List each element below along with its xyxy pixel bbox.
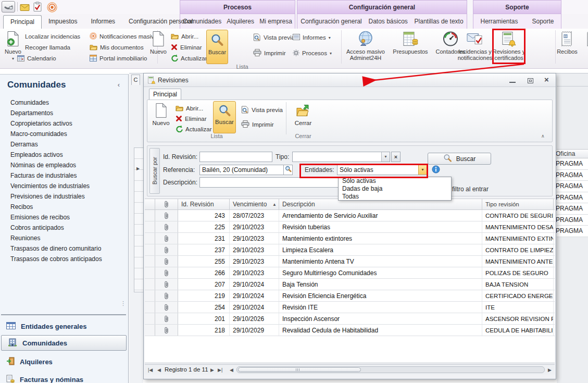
first-record-icon[interactable]: |◀: [148, 367, 153, 373]
calendario-button[interactable]: Calendario: [17, 54, 56, 63]
referencia-input[interactable]: [199, 165, 284, 175]
dialog-buscar-button[interactable]: Buscar: [213, 101, 236, 133]
dialog-imprimir-button[interactable]: Imprimir: [241, 120, 274, 129]
sidebar-item[interactable]: Vencimientos de industriales: [0, 181, 128, 191]
dialog-nuevo-button[interactable]: Nuevo: [151, 102, 171, 126]
nuevo2-button[interactable]: Nuevo: [148, 30, 168, 55]
dialog-vista-previa-button[interactable]: Vista previa: [241, 105, 283, 115]
dialog-cerrar-button[interactable]: Cerrar: [290, 102, 316, 126]
tab-soporte[interactable]: Soporte: [532, 18, 554, 25]
attachment-cell[interactable]: [155, 302, 178, 313]
mis-documentos-button[interactable]: Mis documentos: [90, 43, 144, 52]
column-header-tipo-revision[interactable]: Tipo revisión: [482, 199, 554, 209]
sidebar-item[interactable]: Derramas: [0, 139, 128, 150]
clear-filter-button[interactable]: ×: [391, 152, 401, 162]
oficina-cell[interactable]: PRAGMA: [557, 203, 588, 215]
sidebar-splitter[interactable]: [1, 314, 126, 315]
previous-record-icon[interactable]: ◀: [157, 367, 161, 373]
attachment-cell[interactable]: [155, 313, 178, 324]
attachment-cell[interactable]: [155, 221, 178, 232]
table-row[interactable]: 218 29/10/2029 Revalidad Cedula de Habit…: [145, 325, 555, 336]
portal-inmobiliario-button[interactable]: Portal inmobiliario: [90, 54, 147, 63]
close-icon[interactable]: ×: [544, 75, 549, 84]
table-row[interactable]: 201 29/10/2026 Inspección Ascensor ASCEN…: [145, 313, 555, 325]
tab-informes[interactable]: Informes: [84, 15, 122, 29]
sidebar-nav-entidades-generales[interactable]: Entidades generales: [0, 318, 128, 334]
sidebar-item[interactable]: Traspasos de cobros anticipados: [0, 254, 128, 264]
table-row[interactable]: 225 29/10/2023 Revisión tuberias MANTENI…: [145, 221, 555, 233]
vista-previa-button[interactable]: Vista previa: [253, 33, 295, 42]
dialog-abrir-button[interactable]: Abrir...: [176, 104, 203, 113]
tab-datos-basicos[interactable]: Datos básicos: [368, 18, 407, 25]
table-row[interactable]: 266 29/10/2023 Seguro Multirriesgo Comun…: [145, 267, 555, 279]
sidebar-item[interactable]: Recibos: [0, 202, 128, 212]
eliminar-button[interactable]: Eliminar: [171, 43, 202, 52]
tab-configuracion-personal[interactable]: Configuración personal: [122, 15, 199, 29]
tab-impuestos[interactable]: Impuestos: [42, 15, 84, 29]
oficina-cell[interactable]: PRAGMA: [557, 226, 588, 237]
attachment-cell[interactable]: [155, 210, 178, 221]
column-header-descripcion[interactable]: Descripción: [279, 199, 482, 209]
table-row[interactable]: 254 29/10/2024 Revisión ITE ITE: [145, 302, 555, 313]
sidebar-item[interactable]: Traspasos de dinero comunitario: [0, 243, 128, 254]
phone-button[interactable]: [2, 1, 15, 13]
table-row[interactable]: 207 29/10/2024 Baja Tensión BAJA TENSION: [145, 279, 555, 290]
scroll-right-icon[interactable]: ▶: [548, 367, 552, 373]
attachment-header-cell[interactable]: [155, 199, 178, 209]
actualizar-button[interactable]: Actualizar: [171, 54, 207, 63]
sidebar-item[interactable]: Emisiones de recibos: [0, 212, 128, 223]
oficina-cell[interactable]: PRAGMA: [557, 192, 588, 204]
attachment-cell[interactable]: [155, 244, 178, 255]
recibos-button[interactable]: T Recibos: [554, 30, 581, 55]
acceso-masivo-button[interactable]: Acceso masivo Adminet24H: [345, 30, 386, 61]
sidebar-item[interactable]: Macro-comunidades: [0, 129, 128, 139]
broadcast-icon[interactable]: [47, 2, 57, 15]
attachment-cell[interactable]: [155, 279, 178, 290]
table-row[interactable]: 255 29/10/2023 Mantenimiento Antena TV M…: [145, 256, 555, 267]
table-row[interactable]: 231 29/10/2023 Mantenimiento extintores …: [145, 233, 555, 244]
tab-configuracion-general[interactable]: Configuración general: [301, 18, 361, 25]
collapse-ribbon-icon[interactable]: ∧: [541, 133, 545, 139]
buscar-button[interactable]: Buscar: [206, 30, 228, 64]
sidebar-item[interactable]: Reuniones: [0, 233, 128, 243]
sidebar-item[interactable]: Cobros anticipados: [0, 223, 128, 233]
imprimir-button[interactable]: Imprimir: [253, 48, 286, 58]
last-record-icon[interactable]: ▶|: [218, 367, 222, 373]
incidencias-notificaciones-button[interactable]: Incidencias y notificaciones: [456, 30, 494, 61]
collapse-sidebar-icon[interactable]: ‹: [118, 81, 120, 89]
column-header-id-revision[interactable]: Id. Revisión: [178, 199, 230, 209]
dialog-titlebar[interactable]: Revisiones ×: [144, 73, 556, 87]
sidebar-item[interactable]: Departamentos: [0, 108, 128, 118]
tab-plantillas-texto[interactable]: Plantillas de texto: [415, 18, 464, 25]
info-icon[interactable]: [432, 165, 440, 176]
attachment-cell[interactable]: [155, 233, 178, 244]
column-header-vencimiento[interactable]: Vencimiento ▲: [230, 199, 279, 209]
maximize-icon[interactable]: [528, 78, 533, 83]
tipo-combo[interactable]: ▾: [292, 152, 390, 162]
tab-herramientas[interactable]: Herramientas: [480, 18, 518, 25]
table-row[interactable]: 243 28/07/2023 Arrendamiento de Servicio…: [145, 210, 555, 221]
dropdown-option[interactable]: Sólo activas: [339, 177, 451, 185]
tab-alquileres[interactable]: Alquileres: [227, 18, 254, 25]
abrir-button[interactable]: Abrir...: [171, 32, 198, 41]
oficina-cell[interactable]: PRAGMA: [557, 215, 588, 226]
buscar-submit-button[interactable]: Buscar: [428, 153, 491, 165]
tasks-icon[interactable]: [33, 2, 42, 14]
sidebar-item[interactable]: Nóminas de empleados: [0, 160, 128, 170]
tab-mi-empresa[interactable]: Mi empresa: [259, 18, 292, 25]
oficina-cell[interactable]: PRAGMA: [557, 170, 588, 181]
id-revision-input[interactable]: [199, 152, 272, 162]
recoger-llamada-button[interactable]: Recoger llamada: [25, 43, 70, 52]
tab-principal[interactable]: Principal: [3, 15, 42, 29]
dialog-tab-principal[interactable]: Principal: [149, 89, 181, 100]
mail-icon[interactable]: [20, 4, 30, 13]
attachment-cell[interactable]: [155, 290, 178, 301]
dropdown-option[interactable]: Dadas de baja: [339, 185, 451, 193]
sidebar-item[interactable]: Copropietarios activos: [0, 118, 128, 129]
scrollbar-thumb[interactable]: [238, 367, 361, 372]
scroll-left-icon[interactable]: ◀: [230, 367, 233, 373]
buscar-por-tab[interactable]: Buscar por: [149, 148, 160, 194]
oficina-cell[interactable]: PRAGMA: [557, 181, 588, 192]
oficina-cell[interactable]: PRAGMA: [557, 158, 588, 170]
sidebar-item[interactable]: Comunidades: [0, 97, 128, 108]
